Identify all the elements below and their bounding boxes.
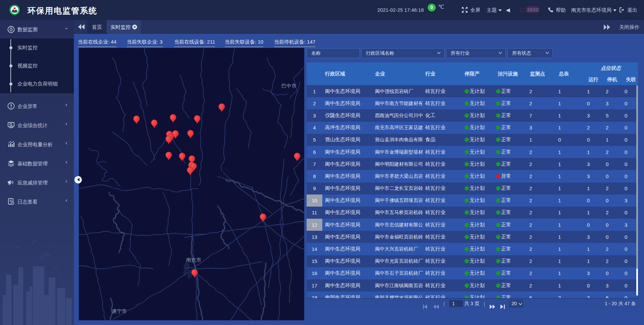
svg-text:南充市: 南充市 [186, 257, 201, 263]
svg-text:遂宁市: 遂宁市 [112, 308, 127, 314]
svg-text:巴中市: 巴中市 [281, 83, 297, 89]
